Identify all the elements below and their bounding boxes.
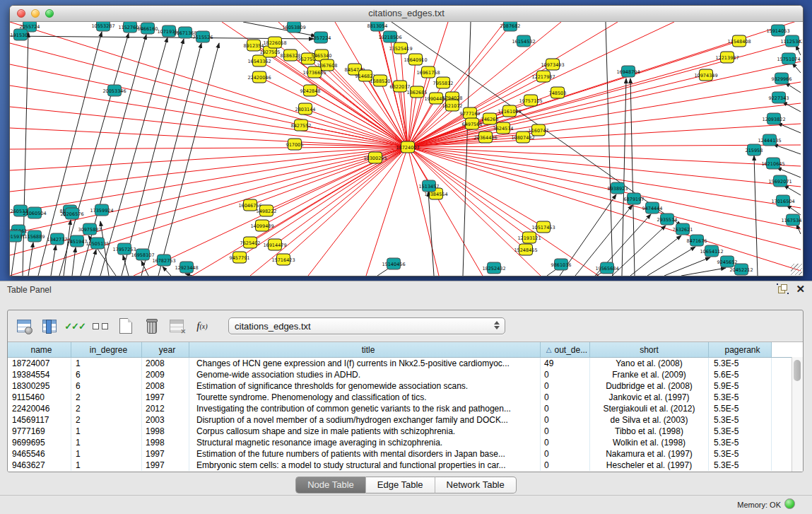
table-row[interactable]: 1830029562008Estimation of significance … <box>8 380 803 392</box>
graph-node[interactable]: 1342737 <box>47 233 68 245</box>
column-header-name[interactable]: name <box>8 342 71 357</box>
table-row[interactable]: 911546021997Tourette syndrome. Phenomeno… <box>8 392 803 403</box>
graph-node[interactable]: 12923448 <box>175 262 198 273</box>
table-row[interactable]: 2242004622012Investigating the contribut… <box>8 403 803 414</box>
graph-node[interactable]: 2087682 <box>500 22 521 31</box>
float-window-icon[interactable] <box>778 284 787 293</box>
graph-node[interactable]: 215958 <box>746 144 763 156</box>
svg-text:1160747: 1160747 <box>529 128 549 134</box>
graph-node[interactable]: 10654112 <box>700 245 723 257</box>
window-titlebar[interactable]: citations_edges.txt <box>10 6 803 22</box>
graph-edge <box>612 226 666 276</box>
graph-node[interactable]: 10973493 <box>541 59 564 70</box>
graph-node[interactable]: 2935514 <box>657 214 678 225</box>
close-icon[interactable]: ✕ <box>796 284 805 293</box>
graph-node[interactable]: 917005 <box>286 139 304 150</box>
column-header-pagerank[interactable]: pagerank <box>709 342 772 357</box>
tab-network-table[interactable]: Network Table <box>435 477 517 493</box>
table-row[interactable]: 946362711997Embryonic stem cells: a mode… <box>8 460 803 471</box>
graph-node[interactable]: 6879197 <box>624 193 645 204</box>
graph-node[interactable]: 10974349 <box>694 69 717 81</box>
svg-text:16154532: 16154532 <box>512 39 535 45</box>
table-cell: 2012 <box>142 403 189 414</box>
graph-node[interactable]: 18640910 <box>404 54 427 65</box>
graph-node[interactable]: 746266 <box>481 113 499 124</box>
graph-node[interactable]: 11675342 <box>781 214 802 226</box>
delete-columns-icon[interactable] <box>142 317 160 335</box>
graph-node[interactable]: 12505135 <box>86 238 109 249</box>
tab-node-table[interactable]: Node Table <box>295 477 366 493</box>
row-options-icon[interactable] <box>91 317 110 335</box>
graph-node[interactable]: 17359924 <box>90 204 113 216</box>
table-row[interactable]: 946554611997Estimation of the future num… <box>8 448 803 460</box>
table-row[interactable]: 977716911998Corpus callosum shape and si… <box>8 426 803 437</box>
table-row[interactable]: 1456911722003Disruption of a novel membe… <box>8 414 803 426</box>
node-table: namein_degreeyeartitle△out_de...shortpag… <box>8 341 803 472</box>
graph-node[interactable]: 7955812 <box>433 77 454 88</box>
graph-node[interactable]: 9861036 <box>551 259 572 270</box>
new-column-icon[interactable] <box>117 317 135 335</box>
graph-node[interactable]: 1156889 <box>25 230 45 242</box>
table-cell: Hescheler et al. (1997) <box>590 460 709 471</box>
show-columns-icon[interactable] <box>40 317 59 335</box>
table-cell: Tourette syndrome. Phenomenology and cla… <box>189 392 541 403</box>
graph-node[interactable]: 16053809 <box>282 22 305 33</box>
network-view-window[interactable]: citations_edges.txt 18724007183002951938… <box>9 5 804 276</box>
vertical-scrollbar[interactable] <box>792 357 803 472</box>
column-header-year[interactable]: year <box>142 342 189 357</box>
graph-node[interactable]: 15692071 <box>768 175 792 187</box>
svg-text:18724007: 18724007 <box>396 145 419 151</box>
graph-node[interactable]: 17016504 <box>771 195 794 206</box>
graph-node[interactable]: 10517453 <box>531 221 555 233</box>
column-header-title[interactable]: title <box>189 342 541 357</box>
svg-text:17957253: 17957253 <box>112 247 136 252</box>
graph-node[interactable]: 18252432 <box>482 262 505 274</box>
svg-text:1927505: 1927505 <box>260 49 281 55</box>
graph-node[interactable]: 15914053 <box>766 25 789 36</box>
table-cell: Structural magnetic resonance image aver… <box>189 437 541 448</box>
table-row[interactable]: 969969511998Structural magnetic resonanc… <box>8 437 803 448</box>
graph-node[interactable]: 748503 <box>549 87 567 98</box>
graph-node[interactable]: 7632621 <box>673 223 693 235</box>
memory-status-indicator[interactable] <box>784 498 795 509</box>
svg-text:1513457: 1513457 <box>419 184 440 189</box>
table-cell: 9465546 <box>8 448 71 460</box>
table-row[interactable]: 1872400712008Changes of HCN gene express… <box>8 358 803 369</box>
network-table-selector[interactable]: citations_edges.txt <box>228 317 505 334</box>
graph-node[interactable]: 16782753 <box>152 255 175 266</box>
graph-node[interactable]: 16948794 <box>616 66 640 77</box>
graph-node[interactable]: 30975887 <box>78 223 101 235</box>
table-row[interactable]: 1938455462009Genome-wide association stu… <box>8 369 803 380</box>
graph-node[interactable]: 8813054 <box>367 22 388 31</box>
graph-node[interactable]: 12213987 <box>715 52 739 63</box>
column-header-in-degree[interactable]: in_degree <box>71 342 142 357</box>
graph-node[interactable]: 9457791 <box>230 252 250 263</box>
graph-node[interactable]: 12193121 <box>517 232 541 243</box>
svg-text:15140456: 15140456 <box>382 262 405 267</box>
graph-node[interactable]: 12093822 <box>762 113 785 124</box>
graph-node[interactable]: 16154532 <box>512 35 535 47</box>
column-header-out-de-[interactable]: △out_de... <box>541 342 590 357</box>
graph-node[interactable]: 16961758 <box>416 66 440 78</box>
graph-node[interactable]: 8471676 <box>687 235 707 246</box>
network-canvas[interactable]: 1872400718300295193845549170058427552280… <box>10 22 803 276</box>
graph-node[interactable]: 1451947 <box>67 235 88 247</box>
scrollbar-thumb[interactable] <box>794 360 801 381</box>
graph-node[interactable]: 10553287 <box>91 22 114 31</box>
graph-node[interactable]: 12444135 <box>758 134 781 146</box>
column-header-short[interactable]: short <box>590 342 709 357</box>
network-graph[interactable]: 1872400718300295193845549170058427552280… <box>10 22 802 276</box>
graph-node[interactable]: 9227343 <box>769 92 789 103</box>
graph-node[interactable]: 15140456 <box>382 258 405 269</box>
tab-edge-table[interactable]: Edge Table <box>366 477 435 493</box>
function-builder-icon[interactable]: f(x) <box>193 317 211 335</box>
resize-grip-icon[interactable] <box>791 264 802 275</box>
graph-node[interactable]: 7357224 <box>311 32 331 43</box>
graph-node[interactable]: 16210645 <box>761 158 784 169</box>
svg-text:16782753: 16782753 <box>152 258 175 264</box>
select-all-icon[interactable]: ✓✓✓ <box>66 317 84 335</box>
graph-node[interactable]: 9474444 <box>642 202 663 214</box>
graph-node[interactable]: 20053346 <box>102 85 126 96</box>
table-mode-icon[interactable] <box>15 317 33 335</box>
graph-node[interactable]: 9329966 <box>772 73 792 84</box>
